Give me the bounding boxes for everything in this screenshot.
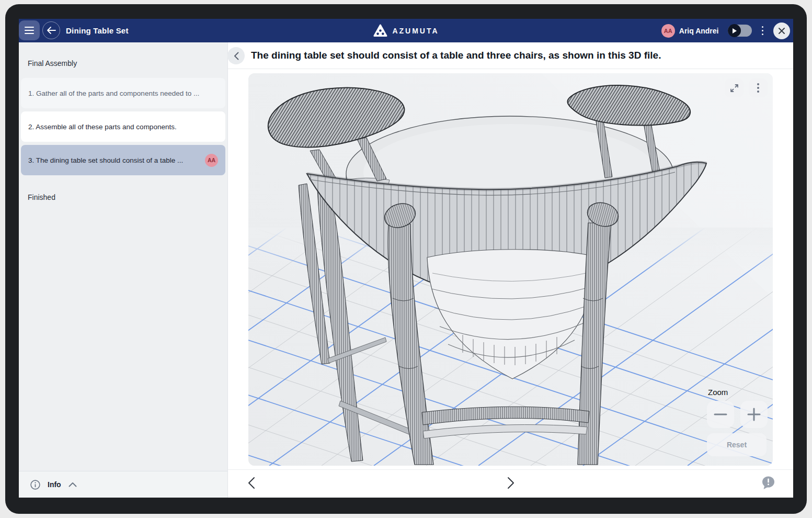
step-heading-row: The dining table set should consist of a…	[228, 42, 793, 69]
zoom-controls: Zoom	[707, 388, 768, 456]
info-label: Info	[48, 480, 61, 489]
hamburger-menu-button[interactable]	[19, 20, 40, 40]
sidebar-step-2[interactable]: 2. Assemble all of these parts and compo…	[21, 111, 225, 142]
step-label: 3. The dining table set should consist o…	[28, 156, 183, 164]
sidebar: Final Assembly 1. Gather all of the part…	[19, 42, 228, 498]
user-chip[interactable]: AA Ariq Andrei	[661, 24, 719, 38]
chevron-right-icon	[507, 477, 514, 489]
info-icon	[30, 480, 40, 490]
3d-viewer: Zoom	[248, 73, 773, 466]
zoom-in-button[interactable]	[740, 401, 768, 428]
content: Final Assembly 1. Gather all of the part…	[19, 42, 793, 498]
play-mode-toggle[interactable]	[728, 25, 752, 37]
sidebar-step-1[interactable]: 1. Gather all of the parts and component…	[21, 78, 225, 108]
user-name: Ariq Andrei	[679, 27, 719, 35]
azumuta-logo-icon	[373, 24, 387, 37]
play-icon	[728, 24, 741, 37]
hamburger-icon	[25, 25, 34, 36]
step-label: 2. Assemble all of these parts and compo…	[28, 123, 177, 131]
step-list: 1. Gather all of the parts and component…	[19, 78, 227, 175]
step-label: 1. Gather all of the parts and component…	[28, 89, 199, 97]
brand: AZUMUTA	[373, 19, 439, 42]
kebab-menu-icon	[757, 83, 759, 93]
user-avatar: AA	[661, 24, 675, 38]
info-panel-toggle[interactable]: Info	[19, 471, 227, 498]
sidebar-step-3-selected[interactable]: 3. The dining table set should consist o…	[21, 145, 225, 175]
close-icon	[778, 27, 785, 35]
back-button[interactable]	[42, 21, 60, 39]
expand-icon	[730, 84, 739, 93]
previous-step-button[interactable]	[248, 477, 255, 491]
minus-icon	[714, 408, 727, 421]
window-frame: Dining Table Set AZUMUTA AA Ariq Andrei	[5, 4, 807, 514]
chevron-left-icon	[234, 52, 239, 60]
app-window: Dining Table Set AZUMUTA AA Ariq Andrei	[19, 19, 793, 498]
topbar-right: AA Ariq Andrei	[661, 19, 790, 42]
main-area: The dining table set should consist of a…	[228, 42, 793, 498]
exclamation-bubble-icon	[761, 476, 775, 490]
chevron-left-icon	[248, 477, 255, 489]
step-back-button[interactable]	[227, 47, 245, 64]
viewer-kebab-menu[interactable]	[749, 78, 768, 97]
step-instruction-heading: The dining table set should consist of a…	[251, 50, 661, 61]
fullscreen-button[interactable]	[725, 78, 744, 97]
next-step-button[interactable]	[507, 477, 514, 491]
zoom-label: Zoom	[708, 388, 768, 397]
reset-view-button[interactable]: Reset	[707, 433, 767, 456]
topbar: Dining Table Set AZUMUTA AA Ariq Andrei	[19, 19, 793, 42]
brand-name: AZUMUTA	[392, 27, 439, 35]
plus-icon	[747, 408, 761, 421]
step-navigation-bar	[228, 469, 793, 498]
3d-model-canvas[interactable]	[248, 73, 773, 466]
kebab-menu-icon[interactable]	[759, 24, 767, 38]
close-button[interactable]	[773, 22, 790, 39]
step-assignee-avatar: AA	[205, 154, 218, 167]
sidebar-group-final-assembly: Final Assembly	[19, 42, 227, 78]
feedback-button[interactable]	[761, 476, 775, 492]
page-title: Dining Table Set	[66, 19, 129, 42]
back-arrow-icon	[47, 27, 56, 34]
chevron-up-icon	[68, 482, 77, 487]
zoom-out-button[interactable]	[707, 401, 734, 428]
sidebar-group-finished: Finished	[19, 178, 227, 216]
